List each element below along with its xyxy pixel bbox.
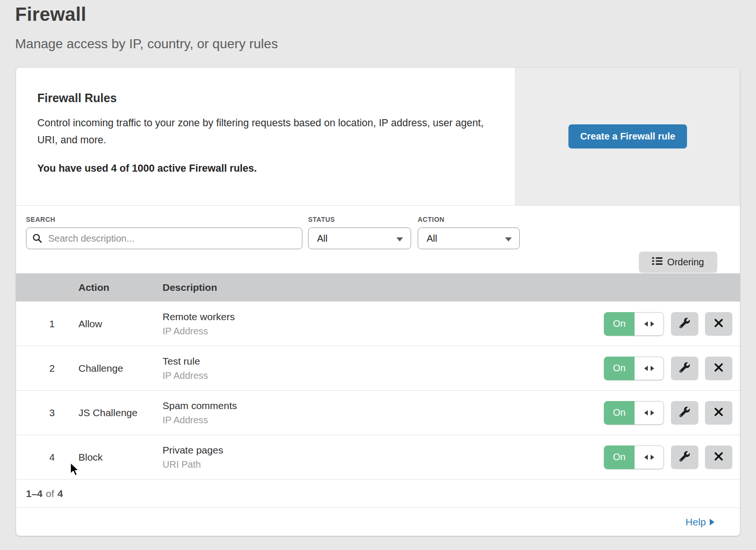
rule-field: IP Address [163,415,595,426]
pagination-of: of [46,488,54,499]
help-arrow-icon [710,516,714,528]
help-link[interactable]: Help [686,516,714,528]
overview-action-panel: Create a Firewall rule [515,68,740,205]
toggle-on-label: On [604,401,635,425]
rule-enabled-toggle[interactable]: On [604,401,664,425]
table-header: Action Description [16,273,740,301]
rule-action: Allow [78,318,163,330]
rule-enabled-toggle[interactable]: On [604,445,664,469]
status-select[interactable]: All [308,227,411,249]
rule-description: Private pages [163,445,595,456]
table-row: 4 Block Private pages URI Path On [16,435,740,479]
overview-heading: Firewall Rules [37,91,487,105]
pagination-total: 4 [58,488,63,499]
toggle-on-label: On [604,445,635,469]
overview-section: Firewall Rules Control incoming traffic … [16,68,740,206]
help-link-label: Help [686,516,706,528]
page-header: Firewall Manage access by IP, country, o… [0,0,756,52]
toggle-on-label: On [604,312,635,336]
rule-priority: 1 [16,318,78,330]
action-select[interactable]: All [418,227,520,249]
status-label: STATUS [308,216,411,223]
rule-field: URI Path [163,459,595,470]
page-subtitle: Manage access by IP, country, or query r… [15,36,756,52]
status-filter: STATUS All [302,216,411,249]
search-label: SEARCH [26,216,302,223]
search-input[interactable] [26,227,302,249]
rule-field: IP Address [163,326,595,337]
pagination-summary: 1–4 of 4 [16,479,740,507]
wrench-icon [679,318,690,330]
chevron-down-icon [505,233,512,244]
card-footer: Help [16,507,740,536]
description-column-header: Description [163,282,595,293]
table-row: 3 JS Challenge Spam comments IP Address … [16,390,740,435]
toggle-arrows-icon [635,312,664,336]
rule-description: Spam comments [163,400,595,411]
filters-bar: SEARCH STATUS All ACTION All [16,206,740,273]
edit-rule-button[interactable] [671,401,698,425]
rule-description: Remote workers [163,311,595,323]
toggle-on-label: On [604,357,635,380]
ordering-list-icon [652,257,662,268]
rule-action: Challenge [78,363,163,374]
close-icon [714,407,723,418]
pagination-range: 1–4 [26,488,43,499]
page-title: Firewall [15,4,756,25]
firewall-rules-card: Firewall Rules Control incoming traffic … [16,68,740,536]
create-firewall-rule-button[interactable]: Create a Firewall rule [568,124,687,148]
delete-rule-button[interactable] [705,401,732,425]
rule-enabled-toggle[interactable]: On [604,312,664,336]
table-row: 2 Challenge Test rule IP Address On [16,346,740,390]
close-icon [714,452,723,463]
action-selected-value: All [427,233,437,244]
action-label: ACTION [418,216,520,223]
toggle-arrows-icon [635,357,664,380]
search-icon [32,233,43,245]
close-icon [714,318,723,329]
edit-rule-button[interactable] [671,312,698,336]
action-column-header: Action [78,282,163,293]
toggle-arrows-icon [635,445,664,469]
delete-rule-button[interactable] [705,312,732,336]
delete-rule-button[interactable] [705,357,732,380]
rule-priority: 3 [16,407,78,419]
rule-action: JS Challenge [78,407,163,419]
edit-rule-button[interactable] [671,445,698,469]
rule-field: IP Address [163,370,595,381]
wrench-icon [679,451,690,463]
search-filter: SEARCH [26,216,302,249]
wrench-icon [679,407,690,419]
rule-priority: 2 [16,363,78,374]
rule-enabled-toggle[interactable]: On [604,357,664,380]
toggle-arrows-icon [635,401,664,425]
overview-usage-count: You have used 4 of 1000 active Firewall … [37,163,487,175]
delete-rule-button[interactable] [705,445,732,469]
overview-description: Control incoming traffic to your zone by… [37,114,486,148]
table-row: 1 Allow Remote workers IP Address On [16,301,740,346]
ordering-button-label: Ordering [667,257,704,268]
rule-description: Test rule [163,356,595,367]
rule-action: Block [78,452,163,463]
wrench-icon [679,362,690,374]
overview-text-block: Firewall Rules Control incoming traffic … [16,68,515,205]
status-selected-value: All [317,233,327,244]
rule-priority: 4 [16,452,78,463]
chevron-down-icon [396,233,403,244]
ordering-button[interactable]: Ordering [639,252,717,273]
action-filter: ACTION All [411,216,520,249]
edit-rule-button[interactable] [671,357,698,380]
close-icon [714,363,723,374]
